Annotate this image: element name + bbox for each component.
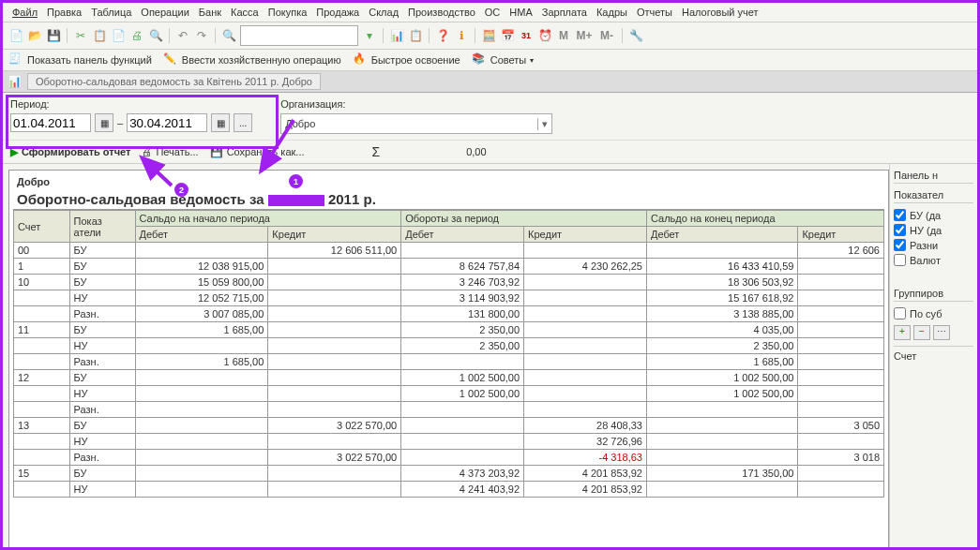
undo-icon[interactable]: ↶	[175, 28, 190, 43]
tips-button[interactable]: 📚 Советы ▾	[472, 52, 534, 67]
table-row[interactable]: 11БУ1 685,002 350,004 035,00	[14, 322, 884, 338]
table-row[interactable]: Разн.3 007 085,00131 800,003 138 885,00	[14, 306, 884, 322]
cell	[646, 450, 797, 466]
date-from-calendar-icon[interactable]: ▦	[95, 113, 113, 132]
menu-production[interactable]: Производство	[404, 5, 479, 20]
save-as-button[interactable]: 💾 Сохранить как...	[210, 146, 305, 158]
cell: БУ	[69, 259, 135, 275]
menu-warehouse[interactable]: Склад	[365, 5, 402, 20]
table-row[interactable]: НУ2 350,002 350,00	[14, 338, 884, 354]
paste-icon[interactable]: 📄	[111, 28, 126, 43]
menu-purchase[interactable]: Покупка	[264, 5, 311, 20]
calendar-icon[interactable]: 📅	[500, 28, 515, 43]
table-row[interactable]: Разн.1 685,001 685,00	[14, 354, 884, 370]
search-dropdown-icon[interactable]: ▾	[362, 28, 377, 43]
menu-nma[interactable]: НМА	[505, 5, 535, 20]
print-button[interactable]: 🖨 Печать...	[142, 146, 198, 157]
menu-tax[interactable]: Налоговый учет	[678, 5, 762, 20]
cell	[646, 482, 797, 498]
open-icon[interactable]: 📂	[27, 28, 42, 43]
cell	[401, 434, 524, 450]
chk-bu[interactable]: БУ (да	[894, 209, 973, 221]
disk-icon: 💾	[210, 146, 223, 158]
chk-diff[interactable]: Разни	[894, 239, 973, 251]
period-picker-button[interactable]: ...	[234, 113, 252, 132]
quick-learn-button[interactable]: 🔥 Быстрое освоение	[353, 52, 460, 67]
settings-panel: Панель н Показател БУ (да НУ (да Разни В…	[889, 164, 977, 549]
table-row[interactable]: 00БУ12 606 511,0012 606	[14, 243, 884, 259]
cell: 10	[14, 275, 70, 290]
menu-operations[interactable]: Операции	[137, 5, 192, 20]
table-row[interactable]: НУ1 002 500,001 002 500,00	[14, 386, 884, 402]
more-icon[interactable]: ⋯	[933, 325, 950, 340]
date-to-input[interactable]	[127, 113, 207, 132]
cell	[646, 418, 797, 434]
cell	[135, 466, 268, 482]
cell	[135, 482, 268, 498]
date-from-input[interactable]	[10, 113, 91, 132]
mplus-button[interactable]: М+	[575, 28, 594, 43]
org-select[interactable]: Добро ▾	[280, 113, 552, 134]
menu-os[interactable]: ОС	[481, 5, 505, 20]
cell: 12 038 915,00	[135, 259, 268, 275]
calc-icon[interactable]: 🧮	[481, 28, 496, 43]
menu-table[interactable]: Таблица	[87, 5, 135, 20]
tool-a-icon[interactable]: 📊	[389, 28, 404, 43]
cut-icon[interactable]: ✂	[73, 28, 88, 43]
cell: 1 002 500,00	[646, 370, 797, 386]
clock-icon[interactable]: ⏰	[537, 28, 552, 43]
date-to-calendar-icon[interactable]: ▦	[211, 113, 230, 132]
copy-icon[interactable]: 📋	[92, 28, 107, 43]
menu-file[interactable]: Файл	[8, 5, 41, 20]
cell: 2 350,00	[401, 338, 524, 354]
save-icon[interactable]: 💾	[46, 28, 61, 43]
redo-icon[interactable]: ↷	[194, 28, 209, 43]
table-row[interactable]: 1БУ12 038 915,008 624 757,844 230 262,25…	[14, 259, 884, 275]
new-icon[interactable]: 📄	[8, 28, 23, 43]
menu-salary[interactable]: Зарплата	[538, 5, 591, 20]
print-icon[interactable]: 🖨	[129, 28, 144, 43]
date-icon[interactable]: 31	[519, 28, 534, 43]
menu-cash[interactable]: Касса	[227, 5, 263, 20]
report-area[interactable]: Добро Оборотно-сальдовая ведомость за 20…	[8, 170, 889, 549]
remove-row-icon[interactable]: −	[913, 325, 930, 340]
menu-edit[interactable]: Правка	[43, 5, 85, 20]
tool-b-icon[interactable]: 📋	[408, 28, 423, 43]
help-icon[interactable]: ❓	[435, 28, 450, 43]
active-tab[interactable]: Оборотно-сальдовая ведомость за Квітень …	[27, 73, 321, 90]
cell: 3 114 903,92	[401, 290, 524, 306]
table-row[interactable]: 13БУ3 022 570,0028 408,333 050	[14, 418, 884, 434]
col-start-debit: Дебет	[135, 227, 268, 243]
chk-sub[interactable]: По суб	[894, 307, 973, 320]
table-row[interactable]: НУ4 241 403,924 201 853,92	[14, 482, 884, 498]
m-button[interactable]: М	[556, 28, 571, 43]
info-icon[interactable]: ℹ	[454, 28, 469, 43]
preview-icon[interactable]: 🔍	[148, 28, 163, 43]
manual-operation-button[interactable]: ✏️ Ввести хозяйственную операцию	[163, 52, 341, 67]
form-report-button[interactable]: ▶ Сформировать отчет	[10, 146, 130, 158]
search-input[interactable]	[240, 25, 358, 46]
menu-sale[interactable]: Продажа	[312, 5, 363, 20]
search-icon[interactable]: 🔍	[221, 28, 236, 43]
menu-reports[interactable]: Отчеты	[633, 5, 676, 20]
wrench-icon[interactable]: 🔧	[628, 28, 643, 43]
table-row[interactable]: 12БУ1 002 500,001 002 500,00	[14, 370, 884, 386]
table-row[interactable]: Разн.3 022 570,00-4 318,633 018	[14, 450, 884, 466]
table-row[interactable]: НУ32 726,96	[14, 434, 884, 450]
cell: 15 059 800,00	[135, 275, 268, 290]
table-row[interactable]: 15БУ4 373 203,924 201 853,92171 350,00	[14, 466, 884, 482]
table-row[interactable]: Разн.	[14, 402, 884, 418]
cell	[14, 482, 70, 498]
add-row-icon[interactable]: +	[894, 325, 911, 340]
chk-nu[interactable]: НУ (да	[894, 224, 973, 236]
show-panel-button[interactable]: 🧾 Показать панель функций	[8, 52, 152, 67]
table-row[interactable]: НУ12 052 715,003 114 903,9215 167 618,92	[14, 290, 884, 306]
table-row[interactable]: 10БУ15 059 800,003 246 703,9218 306 503,…	[14, 275, 884, 290]
menu-hr[interactable]: Кадры	[593, 5, 631, 20]
tips-label: Советы	[490, 54, 526, 66]
acct-label: Счет	[894, 346, 973, 362]
menu-bank[interactable]: Банк	[195, 5, 225, 20]
mminus-button[interactable]: М-	[597, 28, 616, 43]
chk-val[interactable]: Валют	[894, 254, 973, 266]
cell: БУ	[69, 466, 135, 482]
